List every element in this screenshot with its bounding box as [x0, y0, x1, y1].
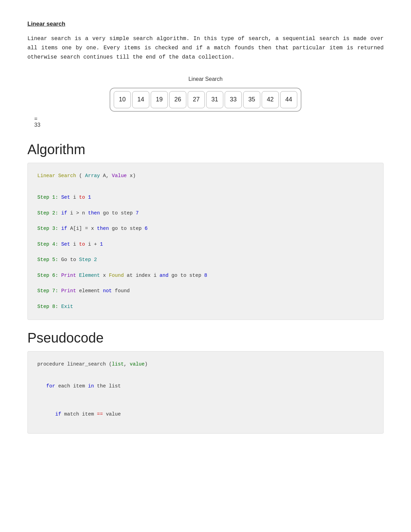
- array-cell-8: 42: [262, 91, 279, 108]
- diagram-title: Linear Search: [27, 76, 384, 82]
- pseudocode-heading: Pseudocode: [27, 330, 384, 346]
- array-cell-7: 35: [243, 91, 260, 108]
- algo-step4: Step 4: Set i to i + 1: [37, 240, 374, 249]
- section-title: Linear search: [27, 21, 384, 27]
- array-cell-2: 19: [151, 91, 168, 108]
- array-visualization: 10 14 19 26 27 31 33 35 42 44: [27, 88, 384, 112]
- array-cell-5: 31: [206, 91, 223, 108]
- array-cell-9: 44: [280, 91, 297, 108]
- algo-step6: Step 6: Print Element x Found at index i…: [37, 271, 374, 281]
- algo-signature: Linear Search ( Array A, Value x): [37, 171, 374, 181]
- algo-step5: Step 5: Go to Step 2: [37, 255, 374, 265]
- algo-step1: Step 1: Set i to 1: [37, 193, 374, 202]
- array-cell-4: 27: [188, 91, 205, 108]
- algorithm-heading: Algorithm: [27, 142, 384, 157]
- algo-step7: Step 7: Print element not found: [37, 286, 374, 296]
- array-cells-container: 10 14 19 26 27 31 33 35 42 44: [110, 88, 301, 112]
- pseudo-line3: if match item == value: [37, 410, 374, 419]
- diagram-equals: =: [34, 116, 37, 122]
- array-cell-6: 33: [225, 91, 242, 108]
- algo-step2: Step 2: if i > n then go to step 7: [37, 209, 374, 218]
- pseudo-line2: for each item in the list: [37, 382, 374, 391]
- intro-paragraph: Linear search is a very simple search al…: [27, 34, 384, 62]
- algorithm-code-block: Linear Search ( Array A, Value x) Step 1…: [27, 163, 384, 320]
- algo-step3: Step 3: if A[i] = x then go to step 6: [37, 224, 374, 234]
- array-cell-0: 10: [114, 91, 131, 108]
- pseudo-line1: procedure linear_search (list, value): [37, 360, 374, 369]
- diagram-label: = 33: [27, 116, 384, 128]
- array-cell-1: 14: [132, 91, 149, 108]
- algo-step8: Step 8: Exit: [37, 302, 374, 312]
- pseudocode-block: procedure linear_search (list, value) fo…: [27, 351, 384, 434]
- array-cell-3: 26: [169, 91, 186, 108]
- diagram-value: 33: [34, 122, 40, 128]
- diagram-section: Linear Search 10 14 19 26 27 31 33 35 42…: [27, 76, 384, 128]
